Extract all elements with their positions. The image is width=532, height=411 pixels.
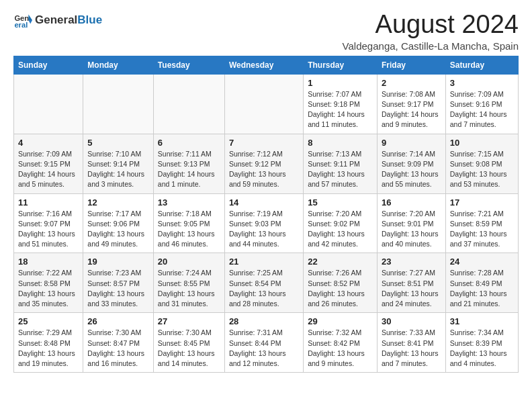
day-info: Sunrise: 7:24 AMSunset: 8:55 PMDaylight:… [158, 268, 220, 309]
day-info: Sunrise: 7:11 AMSunset: 9:13 PMDaylight:… [158, 149, 220, 190]
calendar-week-1: 1Sunrise: 7:07 AMSunset: 9:18 PMDaylight… [14, 74, 519, 134]
day-info: Sunrise: 7:20 AMSunset: 9:01 PMDaylight:… [382, 209, 441, 250]
day-number: 29 [308, 316, 373, 326]
day-number: 28 [229, 316, 299, 326]
day-info: Sunrise: 7:30 AMSunset: 8:47 PMDaylight:… [87, 328, 149, 369]
day-number: 6 [158, 138, 220, 148]
svg-text:eral: eral [14, 21, 28, 29]
calendar-cell: 30Sunrise: 7:33 AMSunset: 8:41 PMDayligh… [377, 313, 445, 373]
day-number: 7 [229, 138, 299, 148]
day-info: Sunrise: 7:07 AMSunset: 9:18 PMDaylight:… [308, 89, 373, 130]
day-info: Sunrise: 7:19 AMSunset: 9:03 PMDaylight:… [229, 209, 299, 250]
weekday-wednesday: Wednesday [224, 56, 303, 74]
calendar-cell: 4Sunrise: 7:09 AMSunset: 9:15 PMDaylight… [14, 134, 83, 193]
calendar-cell [224, 74, 303, 134]
calendar-cell: 19Sunrise: 7:23 AMSunset: 8:57 PMDayligh… [83, 253, 154, 313]
day-info: Sunrise: 7:22 AMSunset: 8:58 PMDaylight:… [18, 268, 79, 309]
day-info: Sunrise: 7:28 AMSunset: 8:49 PMDaylight:… [450, 268, 514, 309]
day-number: 23 [382, 257, 441, 267]
day-number: 20 [158, 257, 220, 267]
day-info: Sunrise: 7:12 AMSunset: 9:12 PMDaylight:… [229, 149, 299, 190]
day-number: 12 [87, 197, 149, 208]
day-number: 17 [450, 197, 514, 208]
day-info: Sunrise: 7:17 AMSunset: 9:06 PMDaylight:… [87, 209, 149, 250]
logo-general: General [35, 13, 77, 26]
calendar-cell: 29Sunrise: 7:32 AMSunset: 8:42 PMDayligh… [304, 313, 378, 373]
day-info: Sunrise: 7:09 AMSunset: 9:16 PMDaylight:… [450, 89, 514, 130]
weekday-header-row: SundayMondayTuesdayWednesdayThursdayFrid… [14, 56, 519, 74]
day-number: 25 [18, 316, 79, 326]
day-info: Sunrise: 7:21 AMSunset: 8:59 PMDaylight:… [450, 209, 514, 250]
svg-marker-2 [28, 15, 32, 20]
day-number: 26 [87, 316, 149, 326]
calendar-cell: 20Sunrise: 7:24 AMSunset: 8:55 PMDayligh… [153, 253, 224, 313]
calendar-cell: 2Sunrise: 7:08 AMSunset: 9:17 PMDaylight… [377, 74, 445, 134]
calendar-cell: 31Sunrise: 7:34 AMSunset: 8:39 PMDayligh… [445, 313, 518, 373]
weekday-thursday: Thursday [304, 56, 378, 74]
day-info: Sunrise: 7:23 AMSunset: 8:57 PMDaylight:… [87, 268, 149, 309]
calendar-cell: 17Sunrise: 7:21 AMSunset: 8:59 PMDayligh… [445, 193, 518, 253]
calendar-header: SundayMondayTuesdayWednesdayThursdayFrid… [14, 56, 519, 74]
weekday-saturday: Saturday [445, 56, 518, 74]
day-info: Sunrise: 7:29 AMSunset: 8:48 PMDaylight:… [18, 328, 79, 369]
weekday-monday: Monday [83, 56, 154, 74]
calendar-cell: 12Sunrise: 7:17 AMSunset: 9:06 PMDayligh… [83, 193, 154, 253]
calendar-cell: 21Sunrise: 7:25 AMSunset: 8:54 PMDayligh… [224, 253, 303, 313]
day-number: 31 [450, 316, 514, 326]
day-number: 2 [382, 78, 441, 88]
page-header: Gen eral GeneralBlue August 2024 Valdega… [13, 11, 519, 52]
calendar-cell: 5Sunrise: 7:10 AMSunset: 9:14 PMDaylight… [83, 134, 154, 193]
day-info: Sunrise: 7:14 AMSunset: 9:09 PMDaylight:… [382, 149, 441, 190]
day-number: 15 [308, 197, 373, 208]
calendar-body: 1Sunrise: 7:07 AMSunset: 9:18 PMDaylight… [14, 74, 519, 372]
subtitle: Valdeganga, Castille-La Mancha, Spain [343, 40, 519, 52]
day-info: Sunrise: 7:27 AMSunset: 8:51 PMDaylight:… [382, 268, 441, 309]
day-number: 8 [308, 138, 373, 148]
day-info: Sunrise: 7:16 AMSunset: 9:07 PMDaylight:… [18, 209, 79, 250]
weekday-friday: Friday [377, 56, 445, 74]
day-info: Sunrise: 7:13 AMSunset: 9:11 PMDaylight:… [308, 149, 373, 190]
day-number: 16 [382, 197, 441, 208]
calendar-cell: 11Sunrise: 7:16 AMSunset: 9:07 PMDayligh… [14, 193, 83, 253]
day-number: 3 [450, 78, 514, 88]
svg-marker-3 [28, 20, 32, 24]
day-number: 19 [87, 257, 149, 267]
day-number: 22 [308, 257, 373, 267]
logo-blue: Blue [77, 13, 102, 26]
logo: Gen eral GeneralBlue [13, 11, 102, 30]
weekday-tuesday: Tuesday [153, 56, 224, 74]
calendar-cell [14, 74, 83, 134]
calendar-cell: 8Sunrise: 7:13 AMSunset: 9:11 PMDaylight… [304, 134, 378, 193]
calendar-cell: 7Sunrise: 7:12 AMSunset: 9:12 PMDaylight… [224, 134, 303, 193]
day-number: 9 [382, 138, 441, 148]
calendar-cell: 1Sunrise: 7:07 AMSunset: 9:18 PMDaylight… [304, 74, 378, 134]
calendar-cell [83, 74, 154, 134]
day-info: Sunrise: 7:30 AMSunset: 8:45 PMDaylight:… [158, 328, 220, 369]
day-info: Sunrise: 7:31 AMSunset: 8:44 PMDaylight:… [229, 328, 299, 369]
day-number: 1 [308, 78, 373, 88]
calendar-week-2: 4Sunrise: 7:09 AMSunset: 9:15 PMDaylight… [14, 134, 519, 193]
day-info: Sunrise: 7:32 AMSunset: 8:42 PMDaylight:… [308, 328, 373, 369]
logo-icon: Gen eral [13, 11, 32, 30]
calendar-week-3: 11Sunrise: 7:16 AMSunset: 9:07 PMDayligh… [14, 193, 519, 253]
day-number: 13 [158, 197, 220, 208]
calendar-cell: 16Sunrise: 7:20 AMSunset: 9:01 PMDayligh… [377, 193, 445, 253]
calendar-cell: 25Sunrise: 7:29 AMSunset: 8:48 PMDayligh… [14, 313, 83, 373]
calendar-cell [153, 74, 224, 134]
day-info: Sunrise: 7:10 AMSunset: 9:14 PMDaylight:… [87, 149, 149, 190]
day-info: Sunrise: 7:26 AMSunset: 8:52 PMDaylight:… [308, 268, 373, 309]
day-number: 4 [18, 138, 79, 148]
day-number: 11 [18, 197, 79, 208]
day-number: 5 [87, 138, 149, 148]
day-number: 18 [18, 257, 79, 267]
day-number: 24 [450, 257, 514, 267]
calendar-cell: 23Sunrise: 7:27 AMSunset: 8:51 PMDayligh… [377, 253, 445, 313]
calendar-cell: 6Sunrise: 7:11 AMSunset: 9:13 PMDaylight… [153, 134, 224, 193]
calendar-cell: 9Sunrise: 7:14 AMSunset: 9:09 PMDaylight… [377, 134, 445, 193]
calendar-cell: 24Sunrise: 7:28 AMSunset: 8:49 PMDayligh… [445, 253, 518, 313]
calendar-cell: 3Sunrise: 7:09 AMSunset: 9:16 PMDaylight… [445, 74, 518, 134]
title-block: August 2024 Valdeganga, Castille-La Manc… [343, 11, 519, 52]
calendar-table: SundayMondayTuesdayWednesdayThursdayFrid… [13, 56, 519, 373]
day-info: Sunrise: 7:18 AMSunset: 9:05 PMDaylight:… [158, 209, 220, 250]
calendar-cell: 18Sunrise: 7:22 AMSunset: 8:58 PMDayligh… [14, 253, 83, 313]
